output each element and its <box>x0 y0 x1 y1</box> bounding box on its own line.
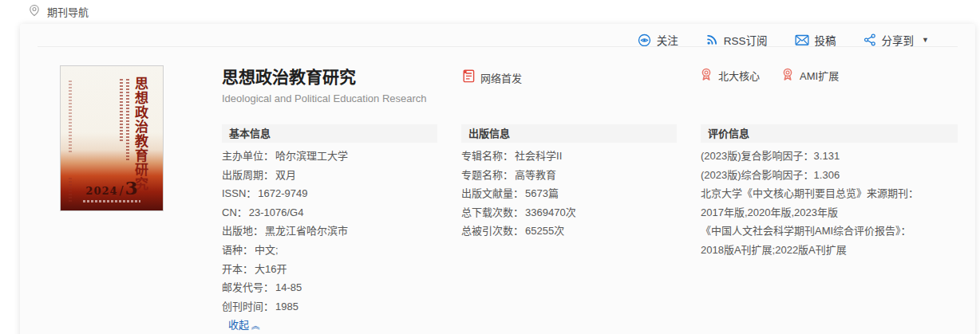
follow-label: 关注 <box>657 32 678 48</box>
info-value: 14-85 <box>275 281 302 293</box>
info-value: 哈尔滨理工大学 <box>275 150 348 162</box>
info-label: 总下载次数： <box>461 206 524 218</box>
info-row: 邮发代号：14-85 <box>222 278 437 297</box>
info-value: 中文; <box>255 244 279 256</box>
info-label: 出版文献量： <box>461 187 524 199</box>
status-badge-ami: AMI扩展 <box>780 67 839 84</box>
info-row: 专辑名称：社会科学II <box>461 147 677 166</box>
info-label: ISSN： <box>222 187 256 199</box>
map-pin-icon <box>29 4 40 19</box>
info-label: 邮发代号： <box>222 281 274 293</box>
info-value: 65255次 <box>525 225 564 237</box>
submit-button[interactable]: 投稿 <box>795 32 836 48</box>
basic-info-header: 基本信息 <box>222 124 437 143</box>
web-first-tag[interactable]: 网络首发 <box>463 69 522 85</box>
info-row: 创刊时间：1985 <box>222 297 437 316</box>
cover-decoration <box>126 79 129 162</box>
info-line: 《中国人文社会科学期刊AMI综合评价报告》： <box>701 222 958 241</box>
evaluation-info-header: 评价信息 <box>701 124 958 143</box>
info-label: 专辑名称： <box>461 150 513 162</box>
breadcrumb-label: 期刊导航 <box>47 4 89 19</box>
info-label: 出版周期： <box>222 169 274 181</box>
eye-icon <box>638 33 651 47</box>
info-value: 大16开 <box>255 263 286 275</box>
info-row: 出版周期：双月 <box>222 166 437 185</box>
evaluation-info-column: 评价信息 (2023版)复合影响因子：3.131 (2023版)综合影响因子：1… <box>701 124 958 260</box>
badge-row: 北大核心 AMI扩展 <box>699 67 839 84</box>
info-row: 总下载次数：3369470次 <box>461 203 677 222</box>
info-value: 社会科学II <box>515 150 562 162</box>
info-row: 主办单位：哈尔滨理工大学 <box>222 147 437 166</box>
badge-label: AMI扩展 <box>800 68 839 83</box>
info-line: 2018版A刊扩展;2022版A刊扩展 <box>701 241 958 260</box>
cover-decoration <box>69 81 72 154</box>
medal-icon <box>699 67 713 84</box>
info-line: (2023版)综合影响因子：1.306 <box>701 166 958 185</box>
rss-icon <box>705 33 718 46</box>
info-value: 黑龙江省哈尔滨市 <box>265 225 348 237</box>
info-value: 1672-9749 <box>258 187 307 199</box>
chevron-up-double-icon: 《 <box>251 321 259 330</box>
info-value: 高等教育 <box>515 169 556 181</box>
info-value: 1985 <box>275 301 298 312</box>
page-title: 思想政治教育研究 <box>222 64 356 88</box>
web-first-label: 网络首发 <box>480 70 522 85</box>
badge-label: 北大核心 <box>718 68 760 83</box>
cover-year: 2024 <box>85 185 117 197</box>
document-icon <box>463 69 475 85</box>
medal-icon <box>780 67 795 84</box>
info-line: (2023版)复合影响因子：3.131 <box>701 147 958 166</box>
info-row: CN：23-1076/G4 <box>222 203 437 222</box>
breadcrumb[interactable]: 期刊导航 <box>29 4 89 19</box>
share-label: 分享到 <box>882 32 915 48</box>
collapse-label: 收起 <box>228 316 249 334</box>
info-row: 专题名称：高等教育 <box>461 166 677 185</box>
info-line: 2017年版,2020年版,2023年版 <box>701 203 958 222</box>
cover-slash: / <box>120 183 124 198</box>
info-row: 开本：大16开 <box>222 260 437 279</box>
journal-card: 关注 RSS订阅 投稿 <box>20 24 975 334</box>
submit-label: 投稿 <box>815 32 836 48</box>
info-row: 总被引次数：65255次 <box>461 222 677 241</box>
info-label: 总被引次数： <box>461 225 524 237</box>
cover-issue: 2024/3 <box>61 179 163 197</box>
basic-info-column: 基本信息 主办单位：哈尔滨理工大学 出版周期：双月 ISSN：1672-9749… <box>222 124 437 334</box>
publication-info-header: 出版信息 <box>461 124 677 143</box>
info-label: CN： <box>222 206 247 218</box>
info-label: 开本： <box>222 263 253 275</box>
info-label: 语种： <box>222 244 253 256</box>
info-value: 双月 <box>275 169 296 181</box>
action-bar: 关注 RSS订阅 投稿 <box>638 32 929 48</box>
journal-title-english: Ideological and Political Education Rese… <box>222 92 427 104</box>
info-value: 5673篇 <box>525 187 559 199</box>
info-row: 出版文献量：5673篇 <box>461 184 677 203</box>
publication-info-column: 出版信息 专辑名称：社会科学II 专题名称：高等教育 出版文献量：5673篇 总… <box>461 124 677 241</box>
cover-decoration <box>83 200 140 202</box>
cover-title: 思想政治教育研究 <box>131 77 151 191</box>
info-line: 北京大学《中文核心期刊要目总览》来源期刊： <box>701 184 958 203</box>
share-icon <box>863 33 876 46</box>
collapse-link[interactable]: 收起 《 <box>222 316 259 334</box>
info-label: 专题名称： <box>461 169 513 181</box>
rss-button[interactable]: RSS订阅 <box>705 32 768 48</box>
rss-label: RSS订阅 <box>724 32 768 48</box>
info-row: 出版地：黑龙江省哈尔滨市 <box>222 222 437 241</box>
share-button[interactable]: 分享到 ▼ <box>863 32 929 48</box>
cover-decoration <box>120 79 123 141</box>
info-value: 3369470次 <box>525 206 576 218</box>
cover-issue-number: 3 <box>125 177 138 198</box>
info-row: ISSN：1672-9749 <box>222 184 437 203</box>
chevron-down-icon[interactable]: ▼ <box>922 36 929 44</box>
info-label: 主办单位： <box>222 150 274 162</box>
info-value: 23-1076/G4 <box>249 206 304 218</box>
info-label: 创刊时间： <box>222 301 274 312</box>
status-badge-pku-core: 北大核心 <box>699 67 760 84</box>
journal-cover: 思想政治教育研究 2024/3 <box>60 65 164 211</box>
divider <box>38 46 958 47</box>
envelope-icon <box>795 34 809 46</box>
info-row: 语种：中文; <box>222 241 437 260</box>
info-label: 出版地： <box>222 225 263 237</box>
follow-button[interactable]: 关注 <box>638 32 678 48</box>
